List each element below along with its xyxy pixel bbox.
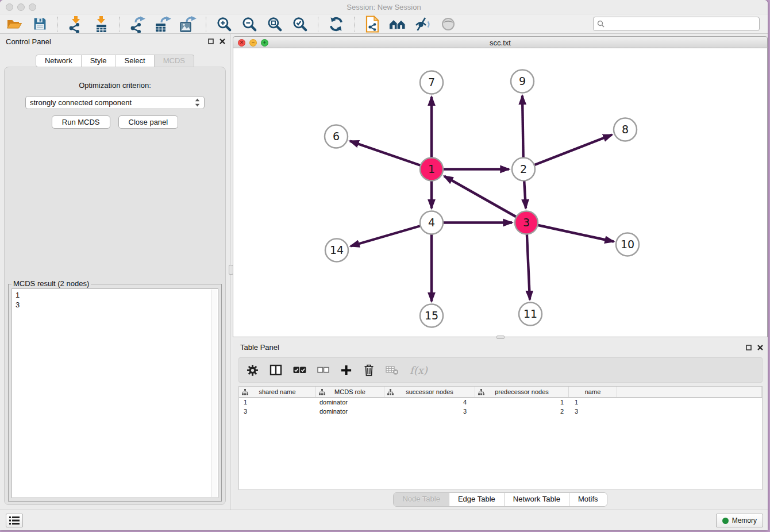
search-field[interactable] <box>593 17 760 31</box>
table-settings-gear-icon[interactable] <box>247 364 259 376</box>
tab-mcds[interactable]: MCDS <box>155 55 194 67</box>
column-header-predecessor-nodes[interactable]: predecessor nodes <box>475 387 569 397</box>
add-row-icon[interactable] <box>340 364 352 376</box>
toolbar-separator <box>206 17 206 32</box>
graph-edge-3-1[interactable] <box>444 176 526 223</box>
import-network-from-file-icon[interactable] <box>67 16 84 33</box>
graph-edge-2-8[interactable] <box>523 135 612 169</box>
graph-edge-3-10[interactable] <box>526 223 614 242</box>
cell-successor-nodes[interactable]: 3 <box>384 407 475 416</box>
graph-node-label-1: 1 <box>428 163 435 175</box>
dropdown-stepper-icon <box>195 98 200 107</box>
graph-node-label-7: 7 <box>428 76 435 88</box>
network-window-titlebar[interactable]: ✕ − + scc.txt <box>233 36 768 48</box>
node-table: shared name MCDS role successor nodes pr… <box>238 386 763 490</box>
zoom-out-icon[interactable] <box>241 16 258 33</box>
tab-network-table[interactable]: Network Table <box>504 493 569 506</box>
zoom-in-icon[interactable] <box>215 16 233 33</box>
tab-network[interactable]: Network <box>36 55 82 67</box>
float-panel-icon[interactable] <box>208 38 214 44</box>
open-session-icon[interactable] <box>6 16 23 33</box>
graph-node-label-4: 4 <box>428 216 435 229</box>
network-view-window: ✕ − + scc.txt 7968124314101511 <box>233 36 768 337</box>
graph-node-label-6: 6 <box>333 130 340 142</box>
export-table-icon[interactable] <box>154 16 171 33</box>
zoom-fit-content-icon[interactable] <box>266 16 283 33</box>
column-type-icon <box>242 389 248 395</box>
cell-name[interactable]: 3 <box>569 407 617 416</box>
new-network-from-selection-icon[interactable] <box>364 16 381 33</box>
column-header-shared-name[interactable]: shared name <box>239 387 316 397</box>
close-panel-button[interactable]: Close panel <box>118 115 179 129</box>
table-panel-title: Table Panel <box>240 343 279 352</box>
tab-edge-table[interactable]: Edge Table <box>449 493 504 506</box>
title-bar: Session: New Session <box>0 0 768 14</box>
show-all-panels-icon[interactable] <box>389 16 406 33</box>
network-canvas[interactable]: 7968124314101511 <box>233 48 768 337</box>
criterion-dropdown[interactable]: strongly connected component <box>25 96 205 109</box>
result-scrollbar[interactable] <box>211 290 217 497</box>
zoom-selected-region-icon[interactable] <box>291 16 309 33</box>
list-icon <box>9 516 20 525</box>
network-canvas-svg: 7968124314101511 <box>233 48 767 337</box>
deselect-all-icon[interactable] <box>317 367 329 373</box>
tab-select[interactable]: Select <box>116 55 155 67</box>
table-row[interactable]: 3 dominator 3 2 3 <box>239 407 762 416</box>
import-table-from-file-icon[interactable] <box>93 16 110 33</box>
cell-mcds-role[interactable]: dominator <box>316 407 384 416</box>
export-image-icon[interactable] <box>179 16 197 33</box>
apply-layout-icon[interactable] <box>328 16 345 33</box>
table-panel-tabs: Node Table Edge Table Network Table Moti… <box>233 492 768 507</box>
float-table-panel-icon[interactable] <box>746 345 752 350</box>
tab-motifs[interactable]: Motifs <box>569 493 607 506</box>
cell-predecessor-nodes[interactable]: 1 <box>475 398 569 407</box>
table-toolbar: f(x) <box>238 357 763 383</box>
run-mcds-button[interactable]: Run MCDS <box>52 115 110 129</box>
mcds-result-box[interactable]: 1 3 <box>11 288 218 498</box>
graph-node-label-2: 2 <box>520 163 527 175</box>
graph-edge-1-6[interactable] <box>350 141 432 169</box>
column-header-mcds-role[interactable]: MCDS role <box>316 387 384 397</box>
search-input[interactable] <box>607 20 756 28</box>
graph-node-label-14: 14 <box>330 244 344 256</box>
control-panel-tabs: Network Style Select MCDS <box>0 55 230 67</box>
table-row[interactable]: 1 dominator 4 1 1 <box>239 398 762 407</box>
tab-style[interactable]: Style <box>82 55 116 67</box>
hide-panels-icon[interactable] <box>414 16 432 33</box>
table-panel: Table Panel <box>233 340 768 510</box>
memory-label: Memory <box>732 516 757 525</box>
save-session-icon[interactable] <box>31 16 48 33</box>
close-panel-icon[interactable] <box>220 38 225 44</box>
delete-table-icon[interactable] <box>386 365 399 375</box>
status-bar: Memory <box>0 510 768 530</box>
cell-mcds-role[interactable]: dominator <box>316 398 384 407</box>
window-title: Session: New Session <box>0 0 768 14</box>
memory-status-icon <box>722 518 729 524</box>
table-header-row: shared name MCDS role successor nodes pr… <box>239 387 762 398</box>
cell-successor-nodes[interactable]: 4 <box>384 398 475 407</box>
cell-shared-name[interactable]: 3 <box>239 407 316 416</box>
cell-shared-name[interactable]: 1 <box>239 398 316 407</box>
function-builder-icon[interactable]: f(x) <box>410 364 428 376</box>
close-table-panel-icon[interactable] <box>757 345 763 350</box>
memory-button[interactable]: Memory <box>716 514 763 527</box>
cell-name[interactable]: 1 <box>569 398 617 407</box>
delete-row-trash-icon[interactable] <box>363 364 375 376</box>
toggle-visibility-icon[interactable] <box>440 16 457 33</box>
column-header-successor-nodes[interactable]: successor nodes <box>384 387 475 397</box>
cell-predecessor-nodes[interactable]: 2 <box>475 407 569 416</box>
main-toolbar <box>0 14 768 34</box>
horizontal-splitter-grip[interactable] <box>496 336 505 339</box>
graph-edge-4-14[interactable] <box>351 223 432 246</box>
show-column-icon[interactable] <box>270 364 282 376</box>
tab-node-table[interactable]: Node Table <box>394 493 449 506</box>
application-window: Session: New Session <box>0 0 768 530</box>
mcds-result-title: MCDS result (2 nodes) <box>11 279 91 288</box>
column-type-icon <box>387 389 394 395</box>
column-header-name[interactable]: name <box>569 387 617 397</box>
export-network-icon[interactable] <box>129 16 146 33</box>
optimization-criterion-label: Optimization criterion: <box>5 81 225 90</box>
select-all-icon[interactable] <box>293 366 306 374</box>
task-history-button[interactable] <box>6 514 23 527</box>
column-type-icon <box>478 389 484 395</box>
